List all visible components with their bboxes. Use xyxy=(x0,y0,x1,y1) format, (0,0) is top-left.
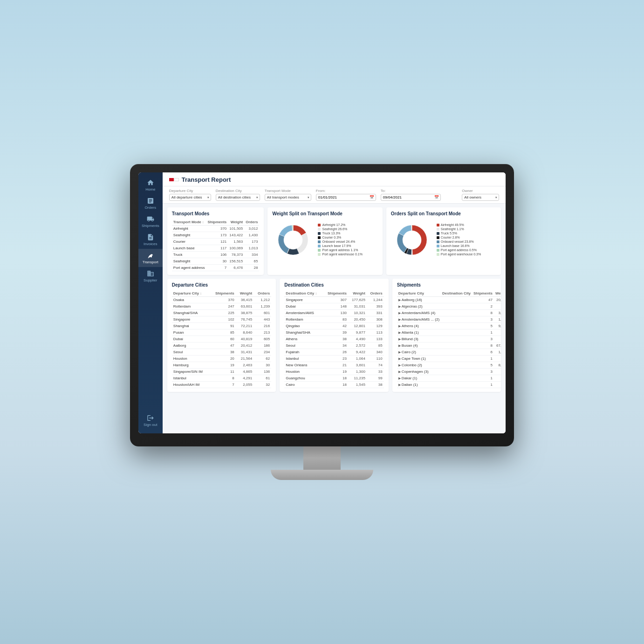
col-weight: Weight xyxy=(228,219,244,226)
list-item: Houston191,30033 xyxy=(284,369,384,375)
calendar-icon-to: 📅 xyxy=(434,195,439,199)
filter-departure-city: Departure City All departure cities xyxy=(169,189,211,201)
filter-owner: Owner All owners xyxy=(462,189,499,201)
legend-item: Onboard vessel 23.8% xyxy=(437,240,481,243)
table-row: Airfreight370101,5053,012 xyxy=(172,226,260,232)
list-item: ▶Cape Town (1)1546 xyxy=(397,356,501,362)
departure-cities-table: Departure City ↕ Shipments Weight Orders… xyxy=(172,290,271,388)
main-content: Transport Report Departure City All depa… xyxy=(163,172,506,433)
legend-item: Courier 2.8% xyxy=(437,236,481,239)
table-row: Seafreight173143,4221,430 xyxy=(172,232,260,239)
ship-col-dest: Destination City xyxy=(441,290,472,297)
list-item: ▶Busan (4)867,15118 xyxy=(397,343,501,349)
list-item: Aalborg4720,412186 xyxy=(172,343,271,349)
filter-from-label: From: xyxy=(316,189,376,193)
page-title: Transport Report xyxy=(182,176,231,183)
sidebar: Home Orders Shipments Invoices Transport xyxy=(138,172,163,433)
monitor-container: Home Orders Shipments Invoices Transport xyxy=(130,164,514,480)
expand-icon[interactable]: ▶ xyxy=(398,363,401,367)
dest-col-weight: Weight xyxy=(348,290,367,297)
list-item: Istanbul231,064110 xyxy=(284,356,384,362)
dep-col-shipments: Shipments xyxy=(210,290,235,297)
shipments-table: Departure City Destination City Shipment… xyxy=(397,290,501,388)
sidebar-item-home[interactable]: Home xyxy=(138,176,163,194)
expand-icon[interactable]: ▶ xyxy=(398,298,401,301)
list-item: ▶Dakar (1)11176 xyxy=(397,375,501,382)
orders-legend: Airfreight 49.5%Seafreight 1.1%Truck 5.5… xyxy=(437,223,481,257)
list-item: ▶Dalian (1)134416 xyxy=(397,382,501,388)
legend-item: Airfreight 49.5% xyxy=(437,223,481,226)
list-item: New Orleans213,60174 xyxy=(284,362,384,369)
col-orders: Orders xyxy=(244,219,259,226)
expand-icon[interactable]: ▶ xyxy=(398,350,401,354)
list-item: Istanbul84,29161 xyxy=(172,375,271,382)
list-item: Dubai14831,031393 xyxy=(284,303,384,310)
legend-item: Onboard vessel 24.4% xyxy=(318,240,362,243)
list-item: ▶Billund (3)332710 xyxy=(397,336,501,343)
shipments-card: Shipments Departure City Destination Cit… xyxy=(392,279,501,392)
departure-city-select[interactable]: All departure cities xyxy=(169,194,211,201)
list-item: Shanghai/SHA22538,875601 xyxy=(172,310,271,316)
legend-item: Port agent address 1.1% xyxy=(318,248,362,252)
destination-cities-title: Destination Cities xyxy=(284,282,384,288)
list-item: Singapore307177,6251,244 xyxy=(284,297,384,303)
sidebar-item-signout[interactable]: Sign out xyxy=(138,411,163,430)
legend-item: Courier 0.3% xyxy=(318,236,362,239)
legend-item: Truck 13.3% xyxy=(318,232,362,235)
list-item: Amsterdam/AMS13010,321331 xyxy=(284,310,384,316)
sidebar-item-shipments[interactable]: Shipments xyxy=(138,212,163,231)
expand-icon[interactable]: ▶ xyxy=(398,344,401,347)
sidebar-item-supplier[interactable]: Supplier xyxy=(138,267,163,285)
list-item: Singapore10276,745443 xyxy=(172,316,271,323)
filter-from: From: 📅 xyxy=(316,189,376,201)
dep-col-city: Departure City ↕ xyxy=(172,290,210,297)
list-item: Qingdao4212,801129 xyxy=(284,323,384,329)
expand-icon[interactable]: ▶ xyxy=(398,331,401,334)
expand-icon[interactable]: ▶ xyxy=(398,311,401,315)
expand-icon[interactable]: ▶ xyxy=(398,383,401,386)
list-item: Houston2021,56462 xyxy=(172,356,271,362)
expand-icon[interactable]: ▶ xyxy=(398,377,401,380)
expand-icon[interactable]: ▶ xyxy=(398,337,401,341)
flag-icon xyxy=(169,178,179,181)
page-header: Transport Report xyxy=(163,172,506,186)
departure-cities-title: Departure Cities xyxy=(172,282,271,288)
list-item: ▶Algeciras (2)2272 xyxy=(397,303,501,310)
dep-col-weight: Weight xyxy=(236,290,253,297)
owner-select[interactable]: All owners xyxy=(462,194,499,201)
expand-icon[interactable]: ▶ xyxy=(398,370,401,373)
expand-icon[interactable]: ▶ xyxy=(398,324,401,328)
from-date-input[interactable] xyxy=(316,194,376,201)
filter-to: To: 📅 xyxy=(381,189,441,201)
calendar-icon: 📅 xyxy=(370,195,374,199)
list-item: Rotterdam8320,450308 xyxy=(284,316,384,323)
transport-mode-select[interactable]: All transport modes xyxy=(265,194,311,201)
table-row: Port agent address76,47628 xyxy=(172,265,260,271)
filter-destination-city-label: Destination City xyxy=(216,189,260,193)
list-item: Guangzhou1811,23599 xyxy=(284,375,384,382)
sidebar-item-transport[interactable]: Transport xyxy=(138,249,163,267)
sidebar-item-orders[interactable]: Orders xyxy=(138,194,163,212)
expand-icon[interactable]: ▶ xyxy=(398,318,401,321)
list-item: Shanghai/SHA399,877113 xyxy=(284,329,384,336)
list-item: Pusan858,640213 xyxy=(172,329,271,336)
legend-item: Launch base 16.6% xyxy=(437,244,481,247)
weight-split-title: Weight Split on Transport Mode xyxy=(272,211,377,216)
monitor-stand-neck xyxy=(303,446,341,470)
filter-transport-mode: Transport Mode All transport modes xyxy=(265,189,311,201)
list-item: Houston/IAH IM72,05532 xyxy=(172,382,271,388)
legend-item: Port agent address 0.5% xyxy=(437,248,481,252)
legend-item: Truck 5.5% xyxy=(437,232,481,235)
destination-city-select[interactable]: All destination cities xyxy=(216,194,260,201)
legend-item: Port agent warehouse 0.3% xyxy=(437,253,481,256)
col-transport-mode: Transport Mode ↕ xyxy=(172,219,206,226)
list-item: ▶Amsterdam/AMS ... (2)31,16121 xyxy=(397,316,501,323)
to-date-input[interactable] xyxy=(381,194,441,201)
sidebar-item-invoices[interactable]: Invoices xyxy=(138,231,163,249)
list-item: ▶Copenhagen (3)34643 xyxy=(397,369,501,375)
expand-icon[interactable]: ▶ xyxy=(398,305,401,308)
expand-icon[interactable]: ▶ xyxy=(398,357,401,360)
list-item: Athens384,490133 xyxy=(284,336,384,343)
legend-item: Airfreight 17.2% xyxy=(318,223,362,226)
filter-to-label: To: xyxy=(381,189,441,193)
